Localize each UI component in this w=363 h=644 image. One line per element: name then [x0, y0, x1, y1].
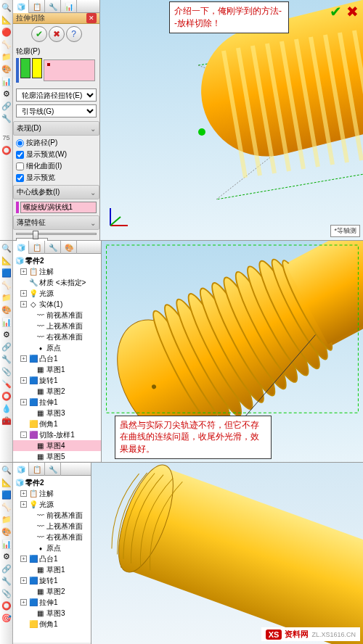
tb3-9[interactable]: 🔧 [1, 575, 12, 587]
tree-node[interactable]: 〰上视基准面 [13, 321, 101, 331]
tree-node[interactable]: +💡光源 [13, 288, 101, 299]
tb-ic-6[interactable]: 📊 [1, 75, 12, 87]
reject-icon[interactable]: ✖ [346, 3, 359, 20]
tb3-12[interactable]: 🎯 [1, 612, 12, 624]
tree-node[interactable]: ▦草图4 [13, 440, 101, 451]
centerline-section-header[interactable]: 中心线参数(I) [13, 185, 99, 199]
accept-icon[interactable]: ✔ [330, 3, 342, 20]
tree-node[interactable]: 🟨倒角1 [13, 619, 91, 629]
tab-c[interactable]: 🔧 [45, 241, 61, 254]
tb-ic-5[interactable]: 🎨 [1, 63, 12, 75]
tb3-5[interactable]: 🎨 [1, 526, 12, 537]
close-icon[interactable]: ✕ [86, 13, 97, 23]
tree-node[interactable]: ⬧原点 [13, 542, 91, 553]
tree-node[interactable]: 〰右视基准面 [13, 331, 101, 342]
tb2-5[interactable]: 🎨 [1, 304, 12, 315]
viewport-2[interactable]: 虽然与实际刀尖轨迹不符，但它不存在曲线的连续问题，收尾外光滑，效果最好。 [102, 241, 363, 462]
swatch-green[interactable] [20, 58, 30, 78]
chk-refine[interactable]: 细化曲面(I) [16, 160, 97, 172]
tb2-4[interactable]: 📁 [1, 292, 12, 303]
tb3-2[interactable]: 🟦 [1, 489, 12, 500]
tab-b[interactable]: 📋 [29, 241, 45, 254]
tb2-6[interactable]: 📊 [1, 316, 12, 328]
tree-node[interactable]: 〰前视基准面 [13, 310, 101, 321]
tab-4[interactable]: 📊 [61, 0, 77, 13]
tb-ic-8[interactable]: 🔗 [1, 100, 12, 112]
tree-node[interactable]: ▦草图2 [13, 586, 91, 597]
tb2-7[interactable]: ⚙ [1, 329, 12, 340]
feature-tree[interactable]: 🧊零件2+📋注解🔧材质 <未指定>+💡光源+◇实体(1)〰前视基准面〰上视基准面… [13, 254, 101, 461]
feature-tree-3[interactable]: 🧊零件2+📋注解+💡光源〰前视基准面〰上视基准面〰右视基准面⬧原点+🟦凸台1▦草… [13, 476, 91, 643]
guide-dropdown[interactable]: 引导线(G) [16, 104, 97, 117]
tb3-8[interactable]: 🔗 [1, 563, 12, 574]
tree-node[interactable]: 🟨倒角1 [13, 418, 101, 429]
tb-ic-1[interactable]: 📐 [1, 14, 12, 25]
tab3-b[interactable]: 📋 [29, 463, 45, 476]
tree-node[interactable]: 〰前视基准面 [13, 510, 91, 521]
tree-node[interactable]: ⬧原点 [13, 342, 101, 353]
tb2-3[interactable]: 🦴 [1, 279, 12, 291]
profile-list[interactable] [44, 59, 95, 81]
tb-ic-0[interactable]: 🔍 [1, 1, 12, 13]
tree-node[interactable]: -🟪切除-放样1 [13, 429, 101, 440]
tree-node[interactable]: +💡光源 [13, 499, 91, 510]
tree-node[interactable]: +🟦凸台1 [13, 353, 101, 364]
tb3-0[interactable]: 🔍 [1, 464, 12, 476]
tb3-7[interactable]: ⚙ [1, 550, 12, 562]
tb3-10[interactable]: 📎 [1, 587, 12, 599]
tb-ic-7[interactable]: ⚙ [1, 88, 12, 99]
cancel-button[interactable]: ✖ [49, 26, 65, 42]
tree-node[interactable]: +📋注解 [13, 266, 101, 277]
tb2-0[interactable]: 🔍 [1, 242, 12, 254]
tree-node[interactable]: ▦草图5 [13, 451, 101, 461]
twist-dropdown[interactable]: 轮廓沿路径扭转(E) [16, 88, 97, 102]
help-button[interactable]: ? [66, 26, 82, 42]
tb3-4[interactable]: 📁 [1, 513, 12, 525]
tree-node[interactable]: 〰右视基准面 [13, 532, 91, 542]
tb-ic-10[interactable]: ⭕ [1, 144, 12, 156]
tree-node[interactable]: 🔧材质 <未指定> [13, 277, 101, 288]
tree-node[interactable]: ▦草图2 [13, 386, 101, 397]
tree-root[interactable]: 🧊零件2 [13, 477, 91, 488]
ok-button[interactable]: ✔ [31, 26, 47, 42]
tb2-10[interactable]: 📎 [1, 366, 12, 377]
chk-preview2[interactable]: 显示预览 [16, 172, 97, 183]
tab3-c[interactable]: 🔧 [45, 463, 61, 476]
tree-node[interactable]: ▦草图1 [13, 364, 101, 375]
tb3-11[interactable]: ⭕ [1, 600, 12, 611]
tree-node[interactable]: +🟦拉伸1 [13, 397, 101, 408]
tree-node[interactable]: +🟦凸台1 [13, 553, 91, 564]
tb2-8[interactable]: 🔗 [1, 341, 12, 352]
tree-node[interactable]: ▦草图1 [13, 564, 91, 575]
tab-feature[interactable]: 🧊 [13, 0, 29, 13]
chk-preview1[interactable]: 显示预览(W) [16, 149, 97, 160]
display-section-header[interactable]: 表现(D) [13, 121, 99, 136]
centerline-field[interactable] [20, 202, 97, 213]
tb-ic-3[interactable]: 🦴 [1, 38, 12, 50]
tree-node[interactable]: +🟦拉伸1 [13, 597, 91, 608]
tb3-1[interactable]: 📐 [1, 476, 12, 488]
tree-node[interactable]: +🟦旋转1 [13, 375, 101, 386]
tb-ic-9[interactable]: 🔧 [1, 112, 12, 124]
tree-node[interactable]: +📋注解 [13, 488, 91, 499]
tree-node[interactable]: +🟦旋转1 [13, 575, 91, 586]
viewport-1[interactable]: ✔ ✖ 介绍一下，俺刚学到的方法--放样切除！ *等轴测 [100, 0, 363, 240]
tb-ic-2[interactable]: 🔴 [1, 26, 12, 38]
tree-node[interactable]: +◇实体(1) [13, 299, 101, 310]
tree-node[interactable]: ▦草图3 [13, 608, 91, 619]
chk-path[interactable]: 按路径(P) [16, 137, 97, 149]
tb2-14[interactable]: 🧰 [1, 415, 12, 426]
tb-ic-4[interactable]: 📁 [1, 51, 12, 62]
tb3-3[interactable]: 🦴 [1, 501, 12, 513]
tab-2[interactable]: 📋 [29, 0, 45, 13]
tb2-11[interactable]: 🪛 [1, 378, 12, 389]
viewport-3[interactable]: XS 资料网 ZL.XS1616.CN [91, 463, 363, 644]
tab3-a[interactable]: 🧊 [13, 463, 29, 476]
tree-node[interactable]: ▦草图3 [13, 408, 101, 418]
tb2-9[interactable]: 🔧 [1, 353, 12, 365]
tb2-2[interactable]: 🟦 [1, 267, 12, 278]
thinwall-section-header[interactable]: 薄壁特征 [13, 215, 99, 230]
tb2-12[interactable]: ⭕ [1, 390, 12, 402]
tree-root[interactable]: 🧊零件2 [13, 255, 101, 266]
tab-3[interactable]: 🔧 [45, 0, 61, 13]
